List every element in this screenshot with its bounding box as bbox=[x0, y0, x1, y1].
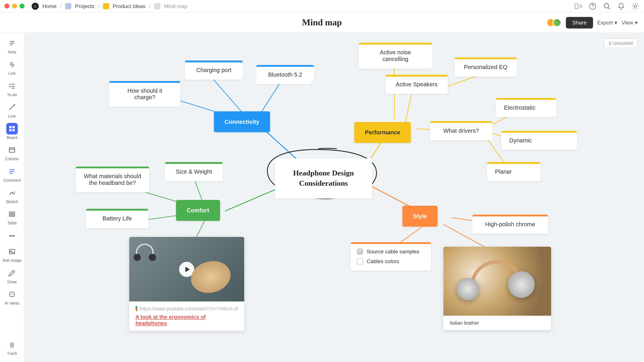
folder-chip-icon bbox=[154, 3, 160, 9]
hub-style[interactable]: Style bbox=[402, 206, 438, 227]
svg-rect-12 bbox=[10, 292, 14, 297]
node-size-weight[interactable]: Size & Weight bbox=[165, 162, 223, 181]
node-anc[interactable]: Active noise cancelling bbox=[359, 43, 432, 68]
node-electrostatic[interactable]: Electrostatic bbox=[496, 98, 556, 117]
video-card[interactable]: https://www.youtube.com/watch?v=7m9cm-2l… bbox=[129, 237, 244, 331]
tool-line[interactable]: Line bbox=[2, 100, 22, 120]
tool-sketch[interactable]: Sketch bbox=[2, 185, 22, 206]
node-charging-port[interactable]: Charging port bbox=[185, 60, 243, 80]
hub-comfort[interactable]: Comfort bbox=[176, 200, 220, 221]
tool-draw[interactable]: Draw bbox=[2, 265, 22, 286]
tool-todo[interactable]: To-do bbox=[2, 78, 22, 99]
video-thumbnail[interactable] bbox=[129, 237, 244, 301]
line-icon bbox=[6, 102, 18, 113]
center-node[interactable]: Headphone Design Considerations bbox=[275, 159, 372, 199]
folder-chip-icon bbox=[65, 3, 72, 9]
checkbox-checked-icon[interactable] bbox=[357, 249, 363, 255]
hub-connectivity[interactable]: Connectivity bbox=[214, 111, 270, 132]
svg-rect-4 bbox=[10, 126, 12, 128]
view-dropdown[interactable]: View▾ bbox=[622, 19, 638, 26]
svg-rect-5 bbox=[12, 126, 14, 128]
home-icon: ⌂ bbox=[32, 2, 39, 10]
collaborator-avatars[interactable] bbox=[546, 18, 562, 27]
image-card[interactable]: Italian leather bbox=[444, 247, 551, 330]
folder-chip-icon bbox=[103, 3, 109, 9]
window-close[interactable] bbox=[4, 3, 10, 8]
node-materials-question[interactable]: What materials should the headband be? bbox=[76, 167, 149, 192]
tool-board[interactable]: Board bbox=[2, 121, 22, 142]
export-dropdown[interactable]: Export▾ bbox=[598, 19, 617, 26]
svg-rect-7 bbox=[12, 129, 14, 131]
node-battery-life[interactable]: Battery Life bbox=[86, 209, 148, 228]
node-personalized-eq[interactable]: Personalized EQ bbox=[454, 57, 517, 77]
trash-icon bbox=[6, 339, 18, 351]
todo-icon bbox=[6, 80, 18, 92]
more-icon: ••• bbox=[6, 230, 18, 241]
help-icon[interactable] bbox=[589, 2, 597, 10]
share-button[interactable]: Share bbox=[566, 17, 593, 28]
node-dynamic[interactable]: Dynamic bbox=[501, 131, 577, 150]
tool-sidebar: Note Link To-do Line Board Column Commen… bbox=[0, 33, 24, 362]
hub-performance[interactable]: Performance bbox=[354, 122, 411, 143]
device-count: 0 bbox=[580, 3, 582, 9]
svg-point-3 bbox=[634, 5, 636, 7]
link-icon bbox=[6, 59, 18, 70]
table-icon bbox=[6, 208, 18, 220]
crumb-projects[interactable]: Projects bbox=[75, 3, 94, 9]
ai-icon bbox=[6, 289, 18, 300]
page-header: Mind map Share Export▾ View▾ bbox=[0, 12, 644, 33]
canvas[interactable]: 0 Unsorted bbox=[24, 33, 644, 362]
tool-add-image[interactable]: Add image bbox=[2, 244, 22, 265]
svg-point-2 bbox=[604, 3, 609, 8]
checkbox-icon[interactable] bbox=[357, 258, 363, 265]
node-checklist[interactable]: Source cable samples Cables colors bbox=[351, 242, 431, 271]
tool-ai-ideas[interactable]: AI Ideas bbox=[2, 287, 22, 307]
search-icon[interactable] bbox=[603, 2, 611, 10]
image-caption: Italian leather bbox=[444, 316, 551, 330]
image-thumbnail bbox=[444, 247, 551, 316]
svg-rect-9 bbox=[10, 212, 15, 217]
unsorted-badge[interactable]: 0 Unsorted bbox=[604, 38, 638, 48]
tool-trash[interactable]: Trash bbox=[2, 337, 22, 358]
tool-link[interactable]: Link bbox=[2, 57, 22, 77]
comment-icon bbox=[6, 166, 18, 177]
image-icon bbox=[6, 246, 18, 257]
avatar bbox=[553, 18, 562, 27]
svg-line-19 bbox=[260, 82, 281, 113]
sketch-icon bbox=[6, 187, 18, 199]
column-icon bbox=[6, 144, 18, 156]
tool-more[interactable]: ••• bbox=[2, 228, 22, 243]
breadcrumb: ⌂ Home / Projects / Product ideas / Mind… bbox=[32, 2, 188, 10]
crumb-home[interactable]: Home bbox=[42, 3, 56, 9]
gear-icon[interactable] bbox=[632, 2, 640, 10]
page-title: Mind map bbox=[302, 17, 342, 28]
node-bluetooth[interactable]: Bluetooth 5.2 bbox=[256, 65, 314, 84]
device-icon[interactable]: 0 bbox=[574, 2, 582, 10]
pencil-icon bbox=[6, 267, 18, 279]
node-planar[interactable]: Planar bbox=[487, 162, 540, 181]
node-chrome[interactable]: High-polish chrome bbox=[472, 215, 548, 234]
crumb-current[interactable]: Mind map bbox=[164, 3, 187, 9]
svg-line-18 bbox=[212, 77, 243, 113]
board-icon bbox=[6, 123, 18, 134]
crumb-product-ideas[interactable]: Product ideas bbox=[113, 3, 146, 9]
video-url: https://www.youtube.com/watch?v=7m9cm-2l bbox=[136, 306, 238, 311]
checklist-item[interactable]: Source cable samples bbox=[357, 247, 425, 256]
svg-rect-8 bbox=[10, 148, 15, 152]
google-favicon-icon bbox=[136, 306, 137, 311]
checklist-item[interactable]: Cables colors bbox=[357, 256, 425, 266]
tool-column[interactable]: Column bbox=[2, 142, 22, 163]
node-active-speakers[interactable]: Active Speakers bbox=[386, 75, 448, 94]
resize-handle-icon[interactable] bbox=[309, 79, 313, 83]
tool-table[interactable]: Table bbox=[2, 207, 22, 227]
window-minimize[interactable] bbox=[12, 3, 17, 8]
tool-note[interactable]: Note bbox=[2, 36, 22, 56]
window-zoom[interactable] bbox=[20, 3, 24, 8]
video-title-link[interactable]: A look at the ergonomics of headphones bbox=[136, 314, 238, 326]
chevron-down-icon: ▾ bbox=[635, 19, 638, 26]
bell-icon[interactable] bbox=[617, 2, 625, 10]
node-drivers-question[interactable]: What drivers? bbox=[430, 121, 492, 140]
svg-rect-6 bbox=[10, 129, 12, 131]
tool-comment[interactable]: Comment bbox=[2, 164, 22, 184]
node-charge-question[interactable]: How should it charge? bbox=[109, 81, 180, 107]
